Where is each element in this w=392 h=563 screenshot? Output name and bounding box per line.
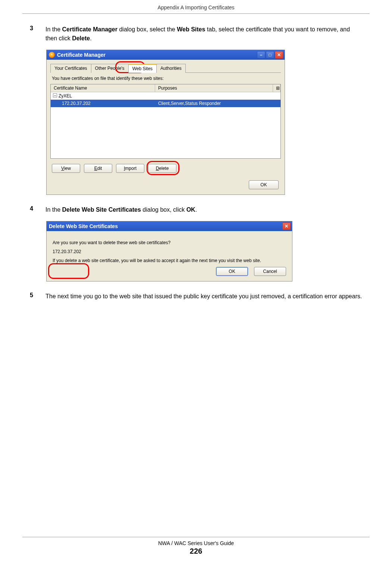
appendix-title: Appendix A Importing Certificates [157, 4, 234, 10]
window-controls: – □ ✕ [257, 51, 283, 59]
step-5: 5 The next time you go to the web site t… [30, 292, 362, 301]
step-number: 3 [30, 25, 37, 43]
tab-authorities[interactable]: Authorities [156, 64, 186, 73]
certificate-group[interactable]: – ZyXEL [51, 92, 280, 100]
confirm-item: 172.20.37.202 [53, 249, 286, 254]
step-number: 4 [30, 205, 37, 214]
page-footer: NWA / WAC Series User's Guide 226 [22, 537, 370, 556]
window-controls: ✕ [282, 223, 291, 230]
cancel-button[interactable]: Cancel [254, 267, 286, 276]
step-text: The next time you go to the web site tha… [46, 292, 362, 301]
page-header: Appendix A Importing Certificates [22, 0, 370, 14]
cert-purpose-cell: Client,Server,Status Responder [155, 100, 280, 107]
step-4: 4 In the Delete Web Site Certificates di… [30, 205, 362, 214]
column-resizer-icon[interactable]: ⊞ [273, 84, 280, 92]
ok-button[interactable]: OK [249, 180, 279, 189]
close-button[interactable]: ✕ [282, 223, 291, 230]
group-label: ZyXEL [59, 93, 72, 99]
page-content: 3 In the Certificate Manager dialog box,… [0, 14, 392, 301]
certificate-row-selected[interactable]: 172.20.37.202 Client,Server,Status Respo… [51, 100, 280, 107]
highlight-ok-button [48, 263, 89, 279]
step-text: In the Certificate Manager dialog box, s… [46, 25, 362, 43]
close-button[interactable]: ✕ [275, 51, 283, 59]
actions-row: View Edit Import Delete [52, 164, 279, 173]
column-certificate-name[interactable]: Certificate Name [51, 84, 155, 92]
tab-other-peoples[interactable]: Other People's [91, 64, 129, 73]
page-number: 226 [22, 547, 370, 556]
certificate-manager-window: Certificate Manager – □ ✕ Your Certifica… [46, 50, 285, 195]
edit-button[interactable]: Edit [84, 164, 112, 173]
confirm-warning: If you delete a web site certificate, yo… [53, 258, 286, 263]
delete-button[interactable]: Delete [148, 164, 176, 173]
step-3: 3 In the Certificate Manager dialog box,… [30, 25, 362, 43]
delete-confirm-window: Delete Web Site Certificates ✕ Are you s… [46, 221, 292, 282]
step-number: 5 [30, 292, 37, 301]
cert-name-cell: 172.20.37.202 [51, 100, 155, 107]
dialog-buttons: OK Cancel [53, 267, 286, 276]
collapse-icon[interactable]: – [53, 93, 57, 97]
tab-description: You have certificates on file that ident… [52, 76, 279, 81]
titlebar[interactable]: Delete Web Site Certificates ✕ [47, 221, 292, 231]
tab-web-sites[interactable]: Web Sites [128, 64, 157, 73]
column-purposes[interactable]: Purposes [155, 84, 273, 92]
window-title: Certificate Manager [57, 52, 106, 58]
ok-button[interactable]: OK [216, 267, 248, 276]
guide-title: NWA / WAC Series User's Guide [22, 540, 370, 546]
confirm-question: Are you sure you want to delete these we… [53, 240, 286, 245]
list-header: Certificate Name Purposes ⊞ [51, 84, 280, 92]
step-text: In the Delete Web Site Certificates dial… [46, 205, 197, 214]
window-title: Delete Web Site Certificates [49, 223, 118, 229]
minimize-button[interactable]: – [257, 51, 265, 59]
tabs-row: Your Certificates Other People's Web Sit… [50, 63, 281, 73]
certificate-list[interactable]: Certificate Name Purposes ⊞ – ZyXEL 172.… [50, 84, 281, 159]
view-button[interactable]: View [52, 164, 80, 173]
tab-your-certificates[interactable]: Your Certificates [50, 64, 91, 73]
maximize-button[interactable]: □ [266, 51, 274, 59]
titlebar[interactable]: Certificate Manager – □ ✕ [47, 50, 285, 60]
firefox-icon [49, 52, 55, 58]
import-button[interactable]: Import [116, 164, 144, 173]
dialog-footer: OK [53, 180, 279, 189]
